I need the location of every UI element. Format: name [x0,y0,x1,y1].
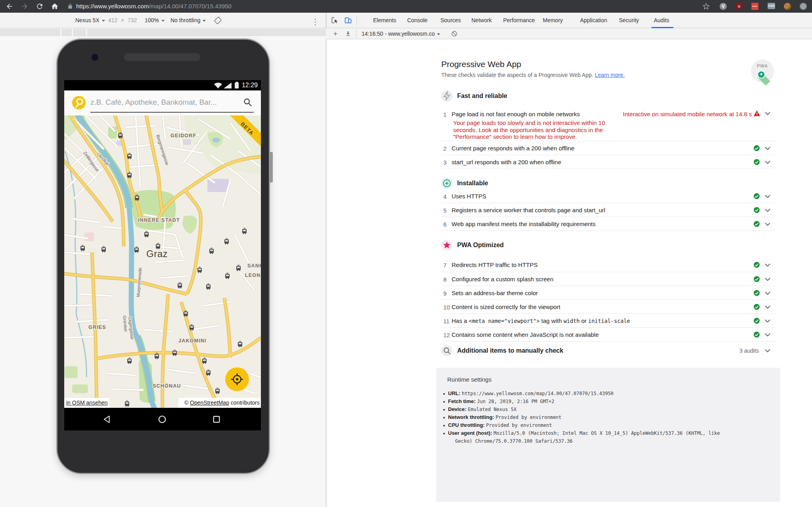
expand-chevron-icon[interactable] [765,161,770,164]
map[interactable]: GEIDORF INNERE STADT GRIES JAKOMINI SCHÖ… [64,115,261,408]
expand-chevron-icon[interactable] [765,278,770,281]
throttling-select[interactable]: No throttling [170,13,206,28]
audit-title: Contains some content when JavaScript is… [452,331,599,338]
rotate-icon[interactable] [214,17,222,24]
expand-chevron-icon[interactable] [765,333,770,336]
device-toolbar-icon[interactable] [344,16,352,24]
audit-title: Uses HTTPS [452,193,486,200]
audit-session-select[interactable]: 14:16:50 - www.yellowosm.co [362,28,440,39]
audit-title: Page load is not fast enough on mobile n… [452,111,580,117]
search-icon[interactable] [243,97,253,108]
devtools-tab-audits[interactable]: Audits [654,13,669,28]
more-menu-icon[interactable]: ... [314,16,316,24]
expand-chevron-icon[interactable] [765,209,770,212]
back-icon[interactable] [6,2,13,10]
reload-icon[interactable] [36,2,44,10]
osm-view-link[interactable]: in OSM ansehen [64,398,109,408]
device-select[interactable]: Nexus 5X [75,13,105,28]
map-label-leonhard: LEONHARD [245,273,261,278]
new-audit-icon[interactable] [332,31,339,37]
devtools-tab-sources[interactable]: Sources [440,13,461,28]
lock-icon [67,3,73,10]
expand-chevron-icon[interactable] [765,349,770,352]
manual-audit-count: 3 audits [739,348,759,354]
audit-num: 10 [443,304,450,311]
viewport-times: × [121,13,124,28]
inspect-icon[interactable] [331,16,339,24]
device-toolbar: Nexus 5X 412 × 732 100% No throttling ..… [0,13,326,28]
pass-icon [754,207,760,213]
extension-cookie-icon[interactable] [784,3,791,10]
devtools-tab-console[interactable]: Console [407,13,427,28]
audit-num: 2 [443,145,446,152]
android-home-icon[interactable] [158,415,167,424]
audit-title: Redirects HTTP traffic to HTTPS [452,261,538,268]
zoom-select[interactable]: 100% [145,13,165,28]
locate-fab[interactable] [225,367,249,391]
devtools-tab-security[interactable]: Security [619,13,639,28]
clear-audits-icon[interactable] [451,31,458,37]
download-report-icon[interactable] [345,31,351,37]
media-query-bar[interactable] [0,29,326,36]
home-icon[interactable] [51,2,59,10]
audit-num: 3 [443,159,446,166]
audits-action-bar: 14:16:50 - www.yellowosm.co [326,28,812,39]
pass-icon [754,290,760,296]
search-input[interactable]: z.B. Café, Apotheke, Bankomat, Bar... [90,90,217,114]
viewport-height[interactable]: 732 [128,13,137,28]
expand-chevron-icon[interactable] [765,292,770,295]
yellowosm-logo-icon[interactable] [72,96,86,109]
map-label-schoenau: SCHÖNAU [153,383,181,389]
expand-chevron-icon[interactable] [765,147,770,150]
expand-chevron-icon[interactable] [765,195,770,198]
devtools-tab-elements[interactable]: Elements [373,13,396,28]
expand-chevron-icon[interactable] [765,305,770,309]
audit-title: Registers a service worker that controls… [452,207,605,213]
android-back-icon[interactable] [103,415,112,424]
url-bar[interactable]: https://www.yellowosm.com/map/14.00/47.0… [76,0,232,13]
map-label-geidorf: GEIDORF [170,133,196,138]
pass-icon [754,221,760,227]
section-title-installable: Installable [457,180,488,187]
audit-num: 5 [443,207,446,214]
profile-globe-icon[interactable] [800,3,807,10]
report-title: Progressive Web App [441,60,521,69]
pass-icon [754,145,760,151]
audit-num: 9 [443,290,446,297]
map-label-jakomini: JAKOMINI [178,338,207,344]
devtools-tab-memory[interactable]: Memory [543,13,563,28]
manual-section-icon [441,345,452,356]
devtools-tab-application[interactable]: Application [580,13,607,28]
extension-dots-icon[interactable]: ••• [751,3,758,10]
android-recents-icon[interactable] [212,415,221,424]
search-bar: z.B. Café, Apotheke, Bankomat, Bar... [64,90,261,115]
battery-icon [235,83,239,88]
openstreetmap-link[interactable]: OpenStreetMap [190,399,229,406]
manual-section-title: Additional items to manually check [457,347,563,354]
audit-status: Interactive on simulated mobile network … [623,111,752,117]
pass-icon [754,262,760,268]
runtime-settings-title: Runtime settings [447,376,492,383]
expand-chevron-icon[interactable] [765,223,770,226]
section-icon-installable [441,178,452,189]
extension-css-icon[interactable]: CSS [768,3,775,9]
map-label-graz: Graz [146,248,168,259]
expand-chevron-icon[interactable] [765,319,770,323]
learn-more-link[interactable]: Learn more. [595,72,624,78]
extension-shield-icon[interactable]: u [735,3,743,10]
search-underline [90,112,254,113]
pass-icon [754,159,760,165]
viewport-width[interactable]: 412 [108,13,117,28]
section-title-pwa-optimized: PWA Optimized [457,242,504,249]
extension-v-icon[interactable]: V [720,3,727,10]
pass-icon [754,276,760,282]
bookmark-star-icon[interactable] [703,3,710,10]
expand-chevron-icon[interactable] [765,112,770,115]
audit-num: 4 [443,193,446,200]
devtools-tab-performance[interactable]: Performance [503,13,535,28]
expand-chevron-icon[interactable] [765,263,770,267]
devtools-tab-network[interactable]: Network [471,13,492,28]
audit-title: Has a <meta name="viewport"> tag with wi… [452,317,630,324]
forward-icon[interactable] [21,2,29,10]
devtools-tab-bar: ElementsConsoleSourcesNetworkPerformance… [326,13,812,28]
